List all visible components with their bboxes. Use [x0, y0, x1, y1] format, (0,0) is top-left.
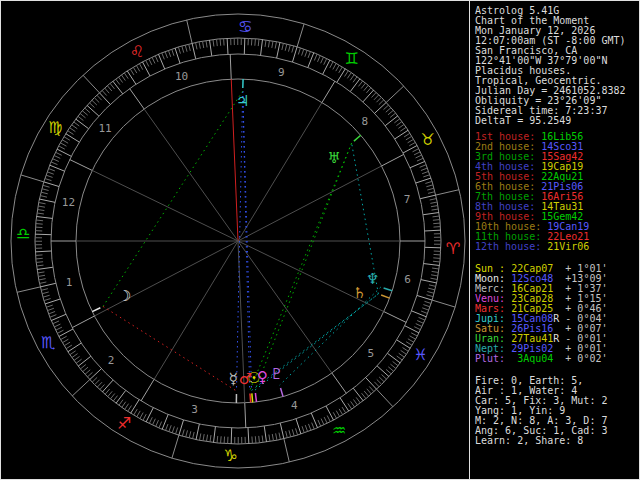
chart-header: Astrolog 5.41GChart of the MomentMon Jan…	[475, 6, 626, 126]
mars-glyph: ♂	[239, 370, 252, 388]
svg-text:11: 11	[98, 122, 111, 135]
sidebar-divider	[469, 1, 470, 479]
tally-line: Learn: 2, Share: 8	[475, 436, 607, 446]
header-line: DeltaT = 95.2549	[475, 116, 626, 126]
element-tally: Fire: 0, Earth: 5,Air : 1, Water: 4Car: …	[475, 376, 607, 446]
svg-text:8: 8	[362, 115, 369, 128]
planet-position-list: Sun : 22Cap07 + 1°01'Moon: 12Sco48 +13°0…	[475, 264, 607, 364]
zodiac-libra-glyph: ♎	[16, 224, 30, 243]
zodiac-scorpio-glyph: ♏	[41, 333, 55, 352]
moon-glyph: ☽	[118, 287, 131, 305]
svg-text:4: 4	[291, 399, 298, 412]
zodiac-leo-glyph: ♌	[130, 42, 144, 61]
house-cusp-list: 1st house: 16Lib562nd house: 14Sco313rd …	[475, 132, 589, 252]
svg-text:9: 9	[278, 66, 285, 79]
zodiac-aquarius-glyph: ♒	[332, 421, 346, 440]
planet-row: Plut: 3Aqu04 + 0°02'	[475, 354, 607, 364]
zodiac-aries-glyph: ♈	[446, 239, 460, 258]
svg-text:7: 7	[404, 193, 411, 206]
saturn-glyph: ♄	[353, 284, 366, 302]
neptune-glyph: ♆	[366, 270, 379, 288]
house-row: 12th house: 21Vir06	[475, 242, 589, 252]
natal-chart-wheel: ♈♉♊♋♌♍♎♏♐♑♒♓123456789101112☉☽☿♀♂♃♄♅♆♇	[1, 1, 469, 480]
astrolog-window: ♈♉♊♋♌♍♎♏♐♑♒♓123456789101112☉☽☿♀♂♃♄♅♆♇ As…	[0, 0, 640, 480]
venus-glyph: ♀	[257, 368, 268, 386]
svg-text:5: 5	[368, 347, 375, 360]
svg-text:10: 10	[175, 70, 188, 83]
jupiter-glyph: ♃	[236, 92, 249, 110]
zodiac-gemini-glyph: ♊	[345, 49, 359, 68]
svg-text:2: 2	[108, 354, 115, 367]
uranus-glyph: ♅	[327, 149, 340, 167]
pluto-glyph: ♇	[270, 365, 283, 383]
svg-text:1: 1	[66, 276, 73, 289]
zodiac-pisces-glyph: ♓	[413, 345, 427, 364]
zodiac-capricorn-glyph: ♑	[224, 446, 238, 465]
zodiac-virgo-glyph: ♍	[48, 118, 62, 137]
zodiac-sagittarius-glyph: ♐	[117, 414, 131, 433]
svg-text:3: 3	[191, 403, 198, 416]
zodiac-cancer-glyph: ♋	[238, 17, 252, 36]
svg-text:6: 6	[404, 273, 411, 286]
zodiac-taurus-glyph: ♉	[421, 130, 435, 149]
svg-text:12: 12	[62, 196, 75, 209]
mercury-glyph: ☿	[229, 370, 238, 388]
info-sidebar: Astrolog 5.41GChart of the MomentMon Jan…	[475, 1, 639, 479]
